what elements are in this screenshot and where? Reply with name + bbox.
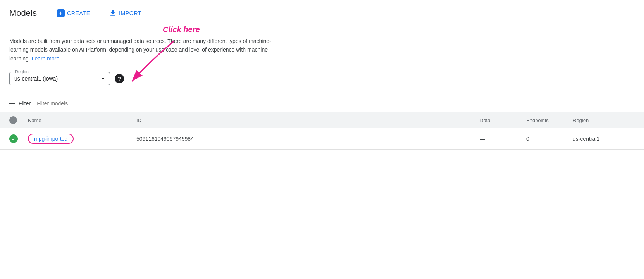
row-status-cell: ✓: [9, 134, 28, 143]
region-select[interactable]: Region us-central1 (Iowa) ▼: [9, 72, 110, 85]
create-plus-icon: +: [57, 9, 65, 17]
row-name-cell: mpg-imported: [28, 134, 136, 144]
column-header-endpoints: Endpoints: [526, 116, 573, 124]
row-region-cell: us-central1: [573, 136, 635, 142]
row-data-cell: —: [480, 136, 526, 142]
import-icon: [109, 9, 117, 17]
status-success-icon: ✓: [9, 134, 18, 143]
chevron-down-icon: ▼: [101, 77, 105, 81]
filter-input[interactable]: [37, 100, 635, 107]
region-label: Region: [14, 69, 30, 74]
column-header-id: ID: [136, 116, 480, 124]
page-header: Models + CREATE IMPORT: [0, 0, 644, 26]
row-endpoints-cell: 0: [526, 136, 573, 142]
column-header-data: Data: [480, 116, 526, 124]
description-section: Models are built from your data sets or …: [0, 26, 644, 95]
create-label: CREATE: [67, 10, 90, 16]
region-container: Region us-central1 (Iowa) ▼ ?: [9, 72, 124, 85]
filter-section: Filter: [0, 95, 644, 112]
create-button[interactable]: + CREATE: [52, 6, 95, 20]
filter-icon: [9, 102, 16, 105]
column-header-region: Region: [573, 116, 635, 124]
import-button[interactable]: IMPORT: [104, 6, 146, 20]
column-header-name: Name: [28, 116, 136, 124]
column-header-status: [9, 116, 28, 124]
row-id-cell: 5091161049067945984: [136, 136, 480, 142]
region-value: us-central1 (Iowa): [14, 76, 58, 82]
filter-label: Filter: [19, 100, 31, 107]
import-label: IMPORT: [119, 10, 141, 16]
model-name-link[interactable]: mpg-imported: [28, 134, 74, 144]
learn-more-link[interactable]: Learn more: [32, 55, 60, 62]
model-name-text: mpg-imported: [28, 134, 74, 144]
table-row: ✓ mpg-imported 5091161049067945984 — 0 u…: [0, 128, 644, 150]
table-header: Name ID Data Endpoints Region: [0, 112, 644, 128]
help-icon[interactable]: ?: [115, 74, 124, 83]
select-all-checkbox[interactable]: [9, 116, 17, 124]
description-text: Models are built from your data sets or …: [9, 37, 273, 63]
page-container: Models + CREATE IMPORT Models are built …: [0, 0, 644, 150]
filter-icon-wrapper: Filter: [9, 100, 31, 107]
page-title: Models: [9, 8, 37, 18]
